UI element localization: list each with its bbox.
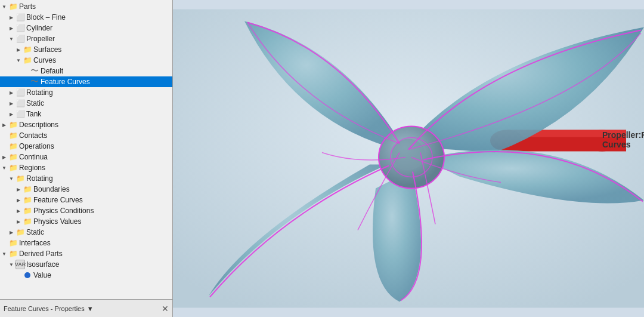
folder-blue-icon: 📁	[23, 184, 32, 194]
tree-item-derived-parts[interactable]: ▼📁Derived Parts	[0, 248, 172, 259]
tree-item-default[interactable]: 〜Default	[0, 66, 172, 76]
expander-icon[interactable]: ▶	[7, 88, 16, 97]
tree-item-physics-conditions[interactable]: ▶📁Physics Conditions	[0, 205, 172, 216]
node-label: Default	[41, 67, 63, 75]
tree-item-feature-curves-r[interactable]: ▶📁Feature Curves	[0, 195, 172, 205]
curve-icon: 〜	[30, 66, 39, 76]
expander-icon[interactable]: ▶	[0, 121, 8, 129]
expander-icon[interactable]: ▶	[7, 228, 16, 236]
node-label: Curves	[33, 56, 56, 64]
folder-icon: 📁	[8, 152, 18, 162]
cube-icon: ⬜	[16, 109, 25, 119]
expander-icon[interactable]: ▼	[7, 174, 16, 183]
tree-item-interfaces[interactable]: 📁Interfaces	[0, 238, 172, 248]
folder-blue-icon: 📁	[23, 195, 32, 205]
curve-icon: 〜	[30, 77, 39, 87]
node-label: Operations	[19, 142, 54, 150]
expander-icon[interactable]: ▼	[0, 164, 8, 172]
expander-icon[interactable]: ▼	[14, 56, 23, 64]
tree-item-value[interactable]: Value	[0, 270, 172, 281]
node-label: Derived Parts	[19, 250, 63, 258]
tree-item-cylinder[interactable]: ▶⬜Cylinder	[0, 23, 172, 33]
expander-icon[interactable]: ▼	[0, 250, 8, 258]
folder-blue-icon: 📁	[23, 206, 32, 216]
tree-item-regions[interactable]: ▼📁Regions	[0, 162, 172, 173]
tree-item-feature-curves[interactable]: 〜Feature Curves	[0, 76, 172, 87]
node-label: Isosurface	[26, 260, 59, 269]
node-label: Parts	[19, 2, 36, 11]
node-label: Static	[26, 228, 44, 236]
tree-item-isosurface[interactable]: ▼VARIsosurface	[0, 259, 172, 270]
tree-item-tank[interactable]: ▶⬜Tank	[0, 109, 172, 119]
tree-item-boundaries[interactable]: ▶📁Boundaries	[0, 184, 172, 195]
expander-icon[interactable]: ▼	[0, 2, 8, 11]
cube-icon: ⬜	[16, 99, 25, 108]
node-label: Feature Curves	[33, 196, 83, 204]
close-icon[interactable]: ✕	[162, 304, 169, 313]
node-label: Descriptions	[19, 121, 58, 129]
tree-item-contacts[interactable]: 📁Contacts	[0, 130, 172, 141]
tree-item-propeller[interactable]: ▼⬜Propeller	[0, 33, 172, 44]
node-label: Rotating	[26, 88, 53, 97]
tree-item-continua[interactable]: ▶📁Continua	[0, 152, 172, 162]
node-label: Surfaces	[33, 45, 61, 54]
node-label: Block – Fine	[26, 13, 66, 21]
expander-placeholder	[21, 78, 30, 86]
bottom-arrow[interactable]: ▼	[87, 305, 94, 312]
node-label: Cylinder	[26, 24, 52, 32]
cube-icon: ⬜	[16, 34, 25, 44]
tree-item-rotating-region[interactable]: ▼📁Rotating	[0, 173, 172, 184]
tree-item-rotating[interactable]: ▶⬜Rotating	[0, 87, 172, 98]
folder-blue-icon: 📁	[16, 227, 25, 237]
expander-icon[interactable]: ▶	[14, 45, 23, 54]
folder-blue-icon: 📁	[23, 45, 32, 54]
tree-container[interactable]: ▼📁Parts▶⬜Block – Fine▶⬜Cylinder▼⬜Propell…	[0, 0, 172, 299]
expander-icon[interactable]: ▶	[7, 110, 16, 118]
folder-blue-icon: 📁	[16, 174, 25, 183]
dot-icon	[23, 270, 32, 280]
node-label: Value	[33, 271, 51, 279]
expander-placeholder	[14, 271, 23, 279]
node-label: Rotating	[26, 174, 53, 183]
expander-icon[interactable]: ▶	[14, 207, 23, 215]
node-label: Interfaces	[19, 239, 51, 247]
svg-rect-9	[596, 136, 644, 150]
node-label: Contacts	[19, 131, 47, 140]
main-content: ▼📁Parts▶⬜Block – Fine▶⬜Cylinder▼⬜Propell…	[0, 0, 644, 317]
node-label: Tank	[26, 110, 41, 118]
expander-icon[interactable]: ▶	[7, 13, 16, 21]
tree-item-physics-values[interactable]: ▶📁Physics Values	[0, 216, 172, 227]
bottom-label: Feature Curves - Properties	[4, 305, 85, 312]
expander-icon[interactable]: ▶	[7, 24, 16, 32]
folder-icon: 📁	[8, 238, 18, 248]
node-label: Feature Curves	[41, 78, 90, 86]
expander-placeholder	[0, 131, 8, 140]
node-label: Physics Conditions	[33, 207, 94, 215]
tree-item-parts[interactable]: ▼📁Parts	[0, 1, 172, 12]
tree-item-block-fine[interactable]: ▶⬜Block – Fine	[0, 12, 172, 23]
folder-icon: 📁	[8, 131, 18, 140]
cube-icon: ⬜	[16, 23, 25, 33]
cube-icon: ⬜	[16, 13, 25, 22]
node-label: Continua	[19, 153, 48, 161]
expander-icon[interactable]: ▶	[14, 217, 23, 226]
tree-item-static-parts[interactable]: ▶⬜Static	[0, 98, 172, 109]
left-panel: ▼📁Parts▶⬜Block – Fine▶⬜Cylinder▼⬜Propell…	[0, 0, 173, 317]
expander-icon[interactable]: ▶	[7, 99, 16, 107]
expander-icon[interactable]: ▼	[7, 35, 16, 43]
tree-item-descriptions[interactable]: ▶📁Descriptions	[0, 119, 172, 130]
tree-item-surfaces[interactable]: ▶📁Surfaces	[0, 44, 172, 55]
tree-item-operations[interactable]: 📁Operations	[0, 141, 172, 152]
folder-blue-icon: 📁	[23, 56, 32, 65]
expander-icon[interactable]: ▶	[0, 153, 8, 161]
folder-icon: 📁	[8, 249, 18, 258]
expander-icon[interactable]: ▶	[14, 185, 23, 193]
node-label: Boundaries	[33, 185, 70, 193]
tree-item-static-region[interactable]: ▶📁Static	[0, 227, 172, 238]
bottom-panel: Feature Curves - Properties ▼ ✕	[0, 299, 172, 317]
expander-icon[interactable]: ▶	[14, 196, 23, 204]
tree-item-curves[interactable]: ▼📁Curves	[0, 55, 172, 66]
expander-placeholder	[0, 239, 8, 247]
cube-icon: ⬜	[16, 88, 25, 97]
folder-blue-icon: 📁	[23, 217, 32, 226]
